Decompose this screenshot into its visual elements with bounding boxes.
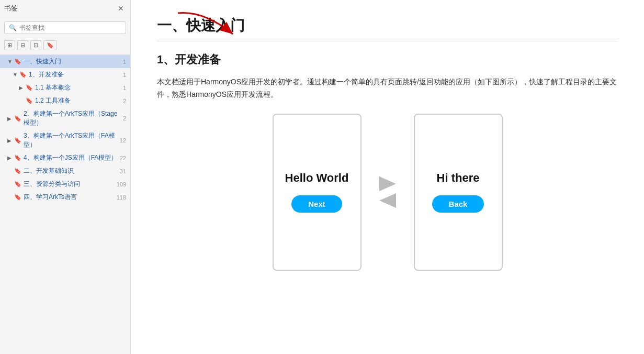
bookmark-page-1-1: 1 [123,72,126,78]
screen1-hello-text: Hello World [285,171,349,185]
main-content: 一、快速入门 1、开发准备 本文档适用于HarmonyOS应用开发的初学者。通过… [131,0,644,354]
bookmark-label-6: 三、资源分类与访问 [24,180,115,189]
bookmark-item-3[interactable]: ▶ 🔖 3、构建第一个ArkTS应用（FA模型） 12 [0,129,130,151]
toolbar-btn-bookmark[interactable]: 🔖 [43,40,57,50]
search-box: 🔍 [4,21,126,34]
sidebar-title: 书签 [4,4,18,13]
bookmark-label-2: 2、构建第一个ArkTS应用（Stage模型） [24,109,121,127]
bookmark-page-5: 31 [120,168,126,174]
back-button[interactable]: Back [432,195,484,213]
bookmark-page-2: 2 [123,115,126,121]
arrow-left-shape [379,193,396,208]
toolbar-btn-view[interactable]: ⊡ [30,40,41,50]
bookmark-page-4: 22 [120,155,126,161]
sidebar: 书签 ✕ 🔍 ⊞ ⊟ ⊡ 🔖 ▼ 🔖 一、快速入门 1 ▼ 🔖 1、开发准备 1… [0,0,131,354]
bookmark-list: ▼ 🔖 一、快速入门 1 ▼ 🔖 1、开发准备 1 ▶ 🔖 1.1 基本概念 1… [0,55,130,354]
bookmark-page-1-1-2: 2 [123,98,126,104]
bookmark-toolbar: ⊞ ⊟ ⊡ 🔖 [0,38,130,55]
bookmark-item-2[interactable]: ▶ 🔖 2、构建第一个ArkTS应用（Stage模型） 2 [0,107,130,129]
bookmark-page-3: 12 [120,137,126,143]
bookmark-item-7[interactable]: 🔖 四、学习ArkTs语言 118 [0,191,130,204]
sidebar-close-button[interactable]: ✕ [116,3,126,14]
intro-text: 本文档适用于HarmonyOS应用开发的初学者。通过构建一个简单的具有页面跳转/… [157,76,618,101]
page-title: 一、快速入门 [157,16,618,41]
bookmark-icon-1-1-1: 🔖 [26,84,33,91]
section-title: 1、开发准备 [157,52,618,68]
bookmark-icon-4: 🔖 [14,154,21,161]
expand-icon-4: ▶ [7,155,13,161]
expand-icon-2: ▶ [7,116,13,121]
bookmark-label-1-1-2: 1.2 工具准备 [35,96,121,105]
expand-icon-1: ▼ [7,59,13,64]
bookmark-page-1: 1 [123,59,126,65]
bookmark-item-5[interactable]: 🔖 二、开发基础知识 31 [0,164,130,178]
bookmark-icon-1-1: 🔖 [19,71,27,78]
sidebar-header: 书签 ✕ [0,0,130,17]
expand-icon-1-1: ▼ [13,72,18,78]
bookmark-page-6: 109 [117,181,126,187]
bookmark-label-7: 四、学习ArkTs语言 [24,193,115,202]
bookmark-label-1: 一、快速入门 [24,57,121,66]
bookmark-icon-5: 🔖 [14,168,21,174]
phone-frame-2: Hi there Back [414,114,503,271]
bookmark-item-6[interactable]: 🔖 三、资源分类与访问 109 [0,178,130,191]
bookmark-icon-1: 🔖 [14,58,21,65]
bookmark-icon-7: 🔖 [14,194,21,201]
bookmark-page-7: 118 [117,194,126,201]
bookmark-page-1-1-1: 1 [123,85,126,91]
bookmark-label-1-1-1: 1.1 基本概念 [35,83,121,92]
bookmark-label-4: 4、构建第一个JS应用（FA模型） [24,153,118,162]
bookmark-item-1-1-1[interactable]: ▶ 🔖 1.1 基本概念 1 [0,81,130,94]
search-icon: 🔍 [9,24,17,31]
toolbar-btn-expand-all[interactable]: ⊞ [4,40,15,50]
screen2-hello-text: Hi there [437,171,480,185]
bookmark-item-1-1[interactable]: ▼ 🔖 1、开发准备 1 [0,68,130,81]
search-input[interactable] [19,24,121,31]
bookmark-icon-3: 🔖 [14,137,21,144]
arrow-right-shape [379,176,396,191]
bookmark-label-1-1: 1、开发准备 [29,70,121,79]
bookmark-icon-2: 🔖 [14,115,21,122]
bookmark-icon-6: 🔖 [14,181,21,187]
bookmark-icon-1-1-2: 🔖 [26,97,33,104]
next-button[interactable]: Next [291,195,342,213]
bookmark-item-1[interactable]: ▼ 🔖 一、快速入门 1 [0,55,130,68]
bookmark-label-5: 二、开发基础知识 [24,167,118,175]
phone-frame-1: Hello World Next [273,114,361,271]
toolbar-btn-collapse-all[interactable]: ⊟ [17,40,28,50]
arrow-right [377,178,398,190]
bookmark-item-4[interactable]: ▶ 🔖 4、构建第一个JS应用（FA模型） 22 [0,151,130,164]
expand-icon-1-1-1: ▶ [19,85,24,91]
nav-arrows [377,178,398,207]
expand-icon-3: ▶ [7,138,13,143]
bookmark-item-1-1-2[interactable]: 🔖 1.2 工具准备 2 [0,94,130,107]
bookmark-label-3: 3、构建第一个ArkTS应用（FA模型） [24,131,118,149]
phone-demo-area: Hello World Next Hi there Back [157,114,618,271]
arrow-left [377,194,398,207]
